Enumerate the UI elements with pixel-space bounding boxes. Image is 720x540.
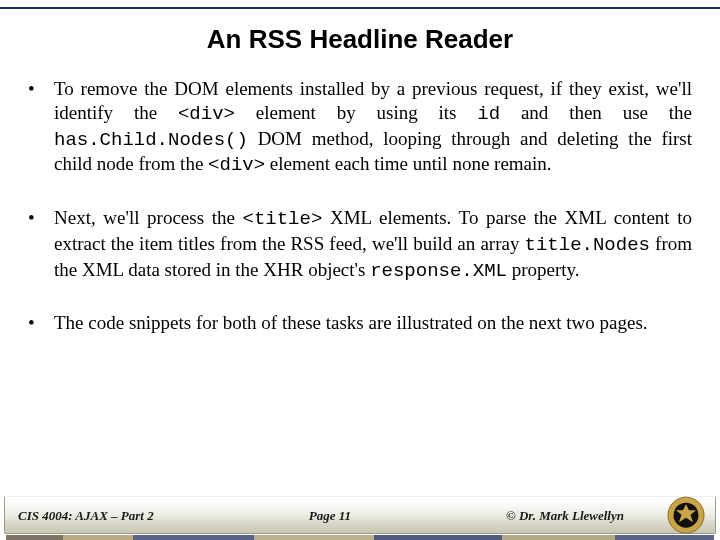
text: property. [507, 259, 580, 280]
ucf-logo-icon [666, 495, 706, 535]
text: element by using its [235, 102, 477, 123]
bullet-item: Next, we'll process the <title> XML elem… [28, 206, 692, 283]
text: and then use the [500, 102, 692, 123]
code-span: id [477, 103, 500, 125]
code-span: response.XML [370, 260, 507, 282]
footer-row: CIS 4004: AJAX – Part 2 Page 11 © Dr. Ma… [18, 492, 624, 540]
code-span: <div> [208, 154, 265, 176]
slide-title: An RSS Headline Reader [28, 24, 692, 55]
footer-course: CIS 4004: AJAX – Part 2 [18, 508, 154, 524]
footer-decoration [6, 535, 714, 540]
code-span: <div> [178, 103, 235, 125]
bullet-item: To remove the DOM elements installed by … [28, 77, 692, 178]
footer: CIS 4004: AJAX – Part 2 Page 11 © Dr. Ma… [0, 492, 720, 540]
text: Next, we'll process the [54, 207, 242, 228]
top-rule [0, 7, 720, 9]
footer-author: © Dr. Mark Llewellyn [506, 508, 624, 524]
text: element each time until none remain. [265, 153, 551, 174]
code-span: has.Child.Nodes() [54, 129, 248, 151]
slide-body: An RSS Headline Reader To remove the DOM… [0, 10, 720, 492]
bullet-list: To remove the DOM elements installed by … [28, 77, 692, 335]
code-span: title.Nodes [525, 234, 650, 256]
text: The code snippets for both of these task… [54, 312, 648, 333]
footer-page: Page 11 [309, 508, 351, 524]
code-span: <title> [242, 208, 322, 230]
bullet-item: The code snippets for both of these task… [28, 311, 692, 335]
